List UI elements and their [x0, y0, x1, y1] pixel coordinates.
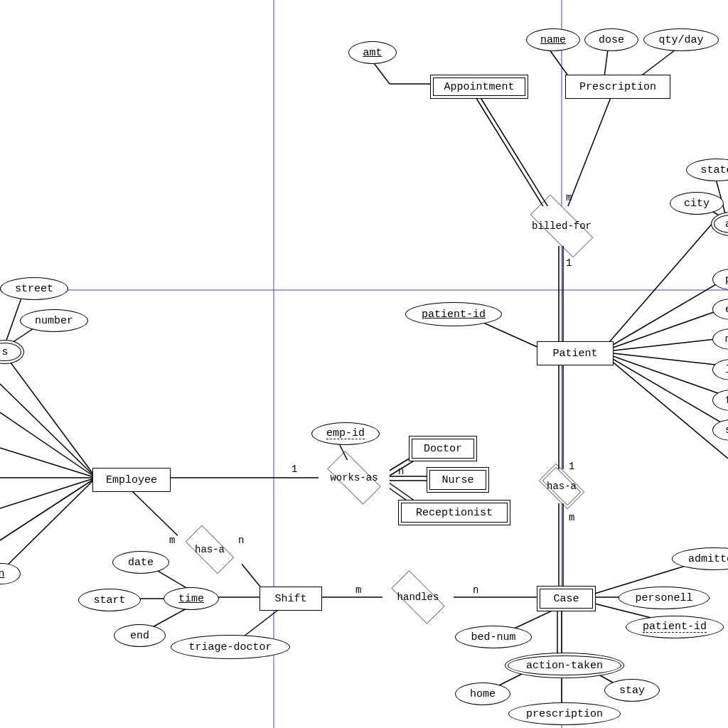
entity-shift: Shift — [259, 587, 322, 611]
er-connectors — [0, 0, 728, 728]
attr-case-patient-id: patient-id — [626, 616, 724, 638]
card-billed-m: m — [566, 192, 572, 203]
svg-line-3 — [550, 50, 569, 77]
svg-line-8 — [565, 96, 611, 213]
card-works-n: n — [398, 466, 404, 477]
attr-start: start — [78, 589, 141, 611]
card-pat-m: m — [569, 512, 574, 523]
svg-line-7 — [478, 93, 550, 210]
rel-has-a-patient: has-a — [533, 469, 590, 503]
entity-nurse: Nurse — [427, 467, 489, 493]
attr-stay: stay — [604, 679, 660, 702]
attr-personell: personell — [619, 587, 710, 609]
svg-line-6 — [475, 96, 547, 213]
attr-emp-id: emp-id — [311, 422, 380, 445]
entity-employee: Employee — [92, 468, 171, 492]
attr-end: end — [114, 624, 166, 647]
attr-amt: amt — [348, 41, 397, 64]
entity-doctor: Doctor — [409, 436, 477, 461]
svg-line-13 — [601, 277, 728, 352]
attr-number: number — [20, 309, 88, 332]
entity-receptionist: Receptionist — [398, 500, 510, 525]
attr-name: name — [526, 28, 580, 51]
attr-street: street — [0, 277, 68, 300]
svg-line-19 — [601, 352, 728, 459]
svg-line-29 — [0, 448, 96, 478]
attr-triage-doctor: triage-doctor — [171, 635, 290, 659]
attr-qty-day: qty/day — [643, 28, 719, 51]
attr-home: home — [455, 682, 510, 705]
svg-line-31 — [0, 478, 96, 508]
attr-prescription: prescription — [508, 702, 621, 725]
card-handles-m: m — [355, 584, 361, 596]
card-handles-n: n — [473, 584, 478, 596]
entity-patient: Patient — [537, 341, 614, 365]
rel-billed-for: billed-for — [519, 206, 604, 246]
rel-has-a-emp: has-a — [178, 533, 242, 566]
svg-line-28 — [0, 412, 96, 478]
attr-city: city — [670, 192, 724, 215]
attr-time: time — [164, 587, 219, 610]
svg-line-18 — [601, 352, 728, 427]
attr-patient-id: patient-id — [405, 302, 502, 326]
attr-action-taken: action-taken — [505, 653, 624, 678]
attr-bed-num: bed-num — [455, 626, 532, 648]
card-works-1: 1 — [291, 464, 297, 475]
card-hasa-m: m — [169, 535, 175, 546]
attr-date: date — [112, 551, 169, 574]
rel-works-as: works-as — [318, 460, 390, 496]
attr-dose: dose — [584, 28, 638, 51]
entity-prescription: Prescription — [565, 75, 670, 99]
card-billed-1: 1 — [566, 257, 572, 269]
entity-case: Case — [537, 586, 596, 611]
svg-line-4 — [604, 50, 608, 77]
svg-line-32 — [0, 478, 96, 540]
rel-handles: handles — [382, 579, 454, 615]
svg-line-27 — [0, 384, 96, 478]
entity-appointment: Appointment — [430, 75, 528, 99]
card-hasa-n: n — [238, 535, 244, 546]
svg-line-33 — [0, 478, 96, 572]
svg-line-26 — [0, 348, 96, 478]
card-pat-1: 1 — [569, 461, 574, 472]
svg-line-5 — [640, 50, 675, 77]
